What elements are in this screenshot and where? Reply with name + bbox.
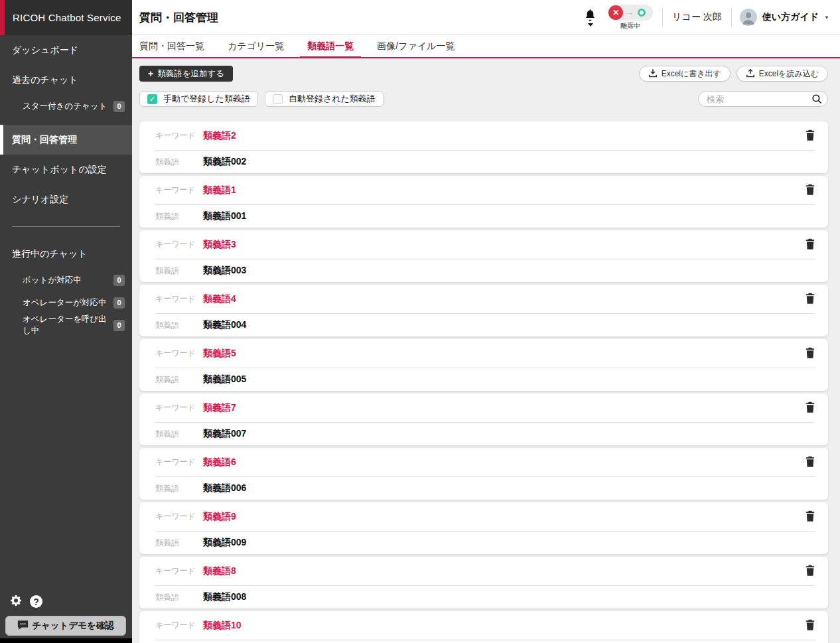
avatar — [740, 9, 757, 26]
synonym-value: 類義語001 — [203, 210, 246, 222]
page-header: 質問・回答管理 ✕ → 離席中 リコー 次郎 — [132, 0, 840, 35]
synonym-card: キーワード 類義語9 類義語 類義語009 — [139, 502, 828, 554]
trash-icon — [805, 238, 815, 251]
settings-button[interactable] — [9, 594, 23, 609]
keyword-link[interactable]: 類義語9 — [203, 511, 236, 523]
trash-icon — [805, 619, 815, 632]
keyword-link[interactable]: 類義語8 — [203, 565, 236, 577]
synonym-card: キーワード 類義語4 類義語 類義語004 — [139, 285, 828, 336]
delete-synonym-button[interactable] — [805, 238, 815, 251]
filter-auto-label: 自動登録された類義語 — [289, 93, 376, 105]
available-status-icon — [638, 9, 646, 17]
keyword-link[interactable]: 類義語7 — [203, 402, 236, 414]
keyword-link[interactable]: 類義語10 — [203, 620, 242, 632]
tab-label: カテゴリ一覧 — [228, 40, 284, 52]
sidebar-item-chatbot-settings[interactable]: チャットボットの設定 — [0, 155, 132, 184]
synonym-card: キーワード 類義語5 類義語 類義語005 — [139, 339, 828, 391]
sidebar-item-label: シナリオ設定 — [12, 194, 68, 206]
sidebar-item-operator-handling[interactable]: オペレーターが対応中 0 — [0, 291, 132, 314]
starred-count-badge: 0 — [113, 101, 125, 112]
question-icon: ? — [30, 595, 42, 608]
presence-status: ✕ → 離席中 — [608, 5, 653, 31]
trash-icon — [805, 510, 815, 524]
checkbox-checked-icon: ✓ — [147, 94, 157, 104]
sidebar-nav: ダッシュボード 過去のチャット スター付きのチャット 0 質問・回答管理 チャッ… — [0, 35, 132, 336]
synonym-value: 類義語005 — [203, 374, 246, 386]
tab-label: 質問・回答一覧 — [139, 40, 204, 52]
synonym-label: 類義語 — [155, 374, 203, 386]
filter-manual-label: 手動で登録した類義語 — [163, 93, 250, 105]
page-title: 質問・回答管理 — [139, 10, 218, 25]
delete-synonym-button[interactable] — [805, 510, 815, 524]
tab-synonym-list[interactable]: 類義語一覧 — [300, 35, 361, 57]
arrow-right-icon: → — [625, 7, 634, 17]
sidebar-item-scenario-settings[interactable]: シナリオ設定 — [0, 184, 132, 214]
search-icon — [811, 94, 822, 107]
sidebar-item-dashboard[interactable]: ダッシュボード — [0, 35, 132, 65]
keyword-link[interactable]: 類義語3 — [203, 239, 236, 251]
search-input[interactable] — [698, 91, 828, 107]
keyword-label: キーワード — [155, 402, 203, 413]
operator-handling-count-badge: 0 — [113, 297, 125, 309]
sidebar-item-past-chats[interactable]: 過去のチャット — [0, 65, 132, 95]
chat-demo-button[interactable]: チャットデモを確認 — [5, 616, 126, 636]
excel-export-label: Excelに書き出す — [662, 68, 721, 80]
app-logo: RICOH Chatbot Service — [0, 0, 132, 35]
caret-down-icon — [588, 23, 593, 27]
delete-synonym-button[interactable] — [805, 401, 815, 415]
keyword-label: キーワード — [155, 184, 203, 196]
delete-synonym-button[interactable] — [805, 565, 815, 578]
delete-synonym-button[interactable] — [805, 184, 815, 197]
trash-icon — [805, 347, 815, 360]
keyword-link[interactable]: 類義語5 — [203, 348, 236, 360]
tab-qa-list[interactable]: 質問・回答一覧 — [132, 35, 212, 57]
keyword-link[interactable]: 類義語4 — [203, 293, 236, 305]
tabbar: 質問・回答一覧 カテゴリ一覧 類義語一覧 画像/ファイル一覧 — [132, 35, 840, 58]
excel-import-button[interactable]: Excelを読み込む — [736, 66, 828, 82]
gear-icon — [9, 594, 23, 609]
synonym-label: 類義語 — [155, 211, 203, 222]
synonym-card: キーワード 類義語2 類義語 類義語002 — [139, 121, 828, 173]
sidebar-item-qa-management[interactable]: 質問・回答管理 — [0, 125, 132, 155]
tab-category-list[interactable]: カテゴリ一覧 — [220, 35, 291, 57]
delete-synonym-button[interactable] — [805, 293, 815, 306]
sidebar-item-ongoing-chats[interactable]: 進行中のチャット — [0, 239, 132, 269]
filter-manual-synonyms[interactable]: ✓ 手動で登録した類義語 — [139, 91, 258, 107]
trash-icon — [805, 565, 815, 578]
add-synonym-button[interactable]: + 類義語を追加する — [139, 66, 233, 82]
guide-menu-button[interactable]: 使い方ガイド ▼ — [740, 9, 829, 26]
keyword-link[interactable]: 類義語1 — [203, 184, 236, 196]
tab-image-file-list[interactable]: 画像/ファイル一覧 — [370, 35, 462, 57]
content: + 類義語を追加する Excelに書き出す Excelを読み込む — [132, 58, 840, 643]
delete-synonym-button[interactable] — [805, 456, 815, 469]
keyword-label: キーワード — [155, 348, 203, 359]
help-button[interactable]: ? — [30, 595, 42, 608]
sidebar-footer: ? チャットデモを確認 — [0, 594, 132, 643]
synonym-list: キーワード 類義語2 類義語 類義語002 キーワード 類義語1 類義語 — [139, 121, 828, 643]
sidebar-item-starred-chats[interactable]: スター付きのチャット 0 — [0, 95, 132, 117]
excel-export-button[interactable]: Excelに書き出す — [639, 66, 731, 82]
synonym-value: 類義語003 — [203, 265, 246, 277]
filter-auto-synonyms[interactable]: 自動登録された類義語 — [265, 91, 384, 107]
upload-icon — [746, 68, 755, 80]
download-icon — [648, 68, 658, 80]
status-toggle[interactable]: ✕ → — [608, 5, 653, 21]
synonym-value: 類義語009 — [203, 537, 246, 549]
synonym-label: 類義語 — [155, 592, 203, 603]
sidebar-item-operator-calling[interactable]: オペレーターを呼び出し中 0 — [0, 314, 132, 336]
synonym-value: 類義語008 — [203, 591, 246, 603]
keyword-label: キーワード — [155, 130, 203, 141]
delete-synonym-button[interactable] — [805, 129, 815, 143]
chat-bubble-icon — [17, 620, 29, 632]
keyword-link[interactable]: 類義語2 — [203, 130, 236, 142]
header-divider — [662, 8, 663, 27]
delete-synonym-button[interactable] — [805, 347, 815, 360]
delete-synonym-button[interactable] — [805, 619, 815, 632]
keyword-link[interactable]: 類義語6 — [203, 457, 236, 468]
notifications-button[interactable] — [583, 8, 597, 27]
sidebar-item-bot-handling[interactable]: ボットが対応中 0 — [0, 269, 132, 291]
sidebar-item-label: スター付きのチャット — [23, 101, 107, 112]
chat-demo-label: チャットデモを確認 — [32, 620, 114, 632]
synonym-card: キーワード 類義語3 類義語 類義語003 — [139, 230, 828, 282]
guide-label: 使い方ガイド — [762, 11, 819, 23]
